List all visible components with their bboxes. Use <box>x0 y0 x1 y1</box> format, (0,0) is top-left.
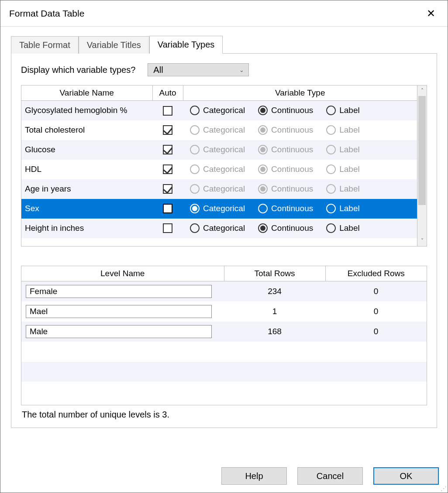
type-radio-continuous[interactable]: Continuous <box>258 204 313 213</box>
level-total: 1 <box>224 301 325 322</box>
tab-table-format[interactable]: Table Format <box>11 36 79 54</box>
type-radio-label[interactable]: Label <box>326 106 360 115</box>
variable-name[interactable]: Height in inches <box>21 219 152 238</box>
level-excluded <box>325 382 427 402</box>
resize-grip-icon[interactable]: ⋰ <box>441 486 447 492</box>
levels-table: Level Name Total Rows Excluded Rows 2340… <box>21 266 427 405</box>
filter-label: Display which variable types? <box>21 65 135 75</box>
type-radio-label: Label <box>326 125 360 135</box>
col-auto: Auto <box>152 86 183 101</box>
level-total <box>224 342 325 362</box>
level-excluded: 0 <box>325 322 427 342</box>
level-total <box>224 362 325 382</box>
type-radio-label[interactable]: Label <box>326 204 360 213</box>
auto-checkbox[interactable] <box>163 145 172 154</box>
tab-panel-variable-types: Display which variable types? All ⌄ Vari… <box>11 54 437 428</box>
tab-strip: Table Format Variable Titles Variable Ty… <box>11 35 437 54</box>
status-text: The total number of unique levels is 3. <box>22 410 427 420</box>
col-level-name: Level Name <box>21 266 224 281</box>
filter-value: All <box>153 65 163 75</box>
type-radio-continuous[interactable]: Continuous <box>258 106 313 115</box>
auto-checkbox[interactable] <box>163 164 172 174</box>
auto-checkbox[interactable] <box>163 223 172 233</box>
level-name-input[interactable] <box>26 285 212 298</box>
ok-button[interactable]: OK <box>373 467 439 485</box>
variables-scrollbar[interactable]: ˄ ˅ <box>417 86 427 246</box>
variable-name[interactable]: Glucose <box>21 140 152 160</box>
help-button[interactable]: Help <box>221 467 287 485</box>
filter-dropdown[interactable]: All ⌄ <box>148 63 249 76</box>
level-total: 168 <box>224 322 325 342</box>
type-radio-categorical[interactable]: Categorical <box>190 223 245 233</box>
col-variable-type: Variable Type <box>183 86 417 101</box>
type-radio-continuous: Continuous <box>258 184 313 194</box>
variable-name[interactable]: Total cholesterol <box>21 120 152 140</box>
type-radio-continuous: Continuous <box>258 125 313 135</box>
variable-name[interactable]: Glycosylated hemoglobin % <box>21 101 152 120</box>
cancel-button[interactable]: Cancel <box>297 467 363 485</box>
level-excluded <box>325 362 427 382</box>
type-radio-continuous: Continuous <box>258 164 313 174</box>
scroll-down-icon[interactable]: ˅ <box>417 236 427 246</box>
type-radio-categorical[interactable]: Categorical <box>190 204 245 213</box>
col-variable-name: Variable Name <box>21 86 152 101</box>
level-excluded <box>325 342 427 362</box>
auto-checkbox[interactable] <box>163 106 172 116</box>
level-total: 234 <box>224 281 325 301</box>
type-radio-categorical: Categorical <box>190 164 245 174</box>
variable-name[interactable]: HDL <box>21 160 152 179</box>
variable-name[interactable]: Sex <box>21 199 152 219</box>
type-radio-categorical: Categorical <box>190 184 245 194</box>
dialog-footer: Help Cancel OK <box>221 467 439 485</box>
level-excluded: 0 <box>325 301 427 322</box>
auto-checkbox[interactable] <box>163 204 172 213</box>
level-excluded: 0 <box>325 281 427 301</box>
type-radio-continuous[interactable]: Continuous <box>258 223 313 233</box>
chevron-down-icon: ⌄ <box>239 67 244 73</box>
variables-table: Variable Name Auto Variable Type Glycosy… <box>21 86 417 246</box>
scroll-thumb[interactable] <box>418 96 426 205</box>
scroll-up-icon[interactable]: ˄ <box>417 86 427 96</box>
type-radio-label: Label <box>326 145 360 154</box>
type-radio-categorical: Categorical <box>190 145 245 154</box>
type-radio-label: Label <box>326 184 360 194</box>
auto-checkbox[interactable] <box>163 184 172 194</box>
type-radio-categorical: Categorical <box>190 125 245 135</box>
col-excluded-rows: Excluded Rows <box>325 266 427 281</box>
col-total-rows: Total Rows <box>224 266 325 281</box>
close-icon[interactable]: ✕ <box>422 8 440 19</box>
level-total <box>224 382 325 402</box>
auto-checkbox[interactable] <box>163 125 172 135</box>
tab-variable-titles[interactable]: Variable Titles <box>79 36 149 54</box>
type-radio-label[interactable]: Label <box>326 223 360 233</box>
type-radio-categorical[interactable]: Categorical <box>190 106 245 115</box>
level-name-input[interactable] <box>26 325 212 338</box>
level-name-input[interactable] <box>26 305 212 318</box>
type-radio-continuous: Continuous <box>258 145 313 154</box>
window-title: Format Data Table <box>9 8 84 19</box>
title-bar: Format Data Table ✕ <box>0 0 448 27</box>
tab-variable-types[interactable]: Variable Types <box>149 36 223 54</box>
type-radio-label: Label <box>326 164 360 174</box>
variable-name[interactable]: Age in years <box>21 179 152 199</box>
